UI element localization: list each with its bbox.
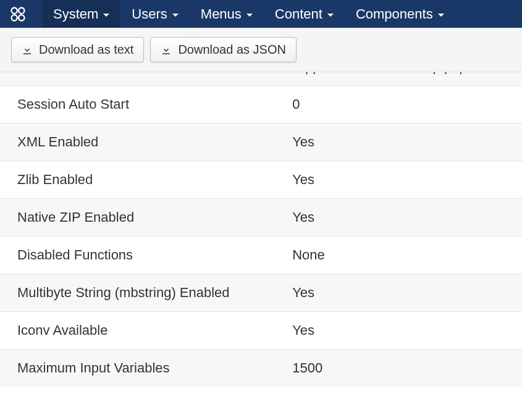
table-row: Iconv AvailableYes [0, 312, 522, 350]
download-icon [22, 44, 33, 56]
table-row: Session Save Path/Applications/MAMP/tmp/… [0, 72, 522, 86]
row-value: 0 [292, 86, 522, 124]
chevron-down-icon [103, 14, 109, 17]
download-text-button[interactable]: Download as text [11, 37, 144, 62]
table-row: Multibyte String (mbstring) EnabledYes [0, 274, 522, 312]
row-value: Yes [292, 274, 522, 312]
chevron-down-icon [172, 14, 179, 17]
nav-content[interactable]: Content [264, 0, 345, 28]
table-wrapper: Session Save Path/Applications/MAMP/tmp/… [0, 72, 522, 387]
table-row: Zlib EnabledYes [0, 161, 522, 199]
system-info-table: Session Save Path/Applications/MAMP/tmp/… [0, 72, 522, 387]
chevron-down-icon [246, 14, 253, 17]
table-row: Disabled FunctionsNone [0, 237, 522, 274]
table-row: Maximum Input Variables1500 [0, 350, 522, 387]
nav-content-label: Content [275, 6, 322, 22]
nav-menus[interactable]: Menus [190, 0, 264, 28]
row-label: Maximum Input Variables [0, 350, 292, 387]
svg-point-1 [19, 7, 24, 13]
svg-point-0 [12, 7, 17, 13]
download-icon [161, 44, 172, 56]
svg-point-3 [19, 15, 24, 20]
table-row: Native ZIP EnabledYes [0, 199, 522, 237]
row-label: Session Save Path [0, 72, 292, 86]
download-json-button[interactable]: Download as JSON [150, 37, 297, 62]
row-value: Yes [292, 161, 522, 199]
row-value: None [292, 237, 522, 274]
top-navigation: System Users Menus Content Components [0, 0, 522, 28]
row-label: Iconv Available [0, 312, 292, 350]
row-label: Session Auto Start [0, 86, 292, 124]
nav-users[interactable]: Users [120, 0, 189, 28]
nav-users-label: Users [132, 6, 167, 22]
row-label: Disabled Functions [0, 237, 292, 274]
joomla-logo-icon[interactable] [9, 6, 27, 23]
nav-system[interactable]: System [42, 0, 120, 28]
row-label: Native ZIP Enabled [0, 199, 292, 237]
row-value: Yes [292, 124, 522, 161]
nav-components[interactable]: Components [345, 0, 455, 28]
row-value: Yes [292, 312, 522, 350]
nav-system-label: System [53, 6, 98, 22]
row-value: /Applications/MAMP/tmp/php [292, 72, 522, 86]
table-row: XML EnabledYes [0, 124, 522, 161]
svg-point-2 [12, 15, 17, 20]
row-label: XML Enabled [0, 124, 292, 161]
row-value: 1500 [292, 350, 522, 387]
table-row: Session Auto Start0 [0, 86, 522, 124]
chevron-down-icon [327, 14, 334, 17]
content-area: Session Save Path/Applications/MAMP/tmp/… [0, 72, 522, 418]
chevron-down-icon [438, 14, 444, 17]
nav-menus-label: Menus [201, 6, 242, 22]
download-json-label: Download as JSON [178, 43, 286, 57]
download-text-label: Download as text [39, 43, 133, 57]
row-label: Multibyte String (mbstring) Enabled [0, 274, 292, 312]
row-value: Yes [292, 199, 522, 237]
toolbar: Download as text Download as JSON [0, 28, 522, 72]
row-label: Zlib Enabled [0, 161, 292, 199]
nav-components-label: Components [356, 6, 433, 22]
